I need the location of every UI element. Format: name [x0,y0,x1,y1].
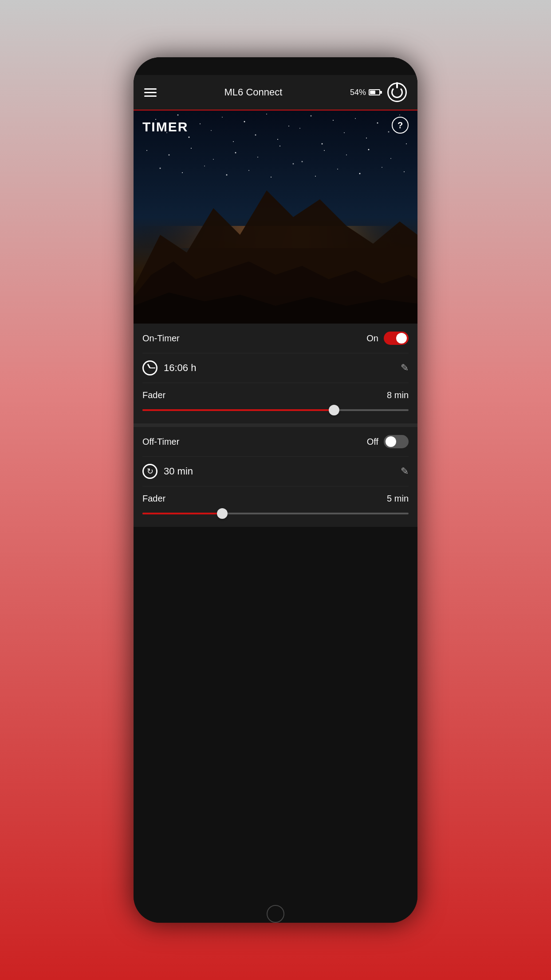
svg-point-45 [337,169,338,170]
svg-point-42 [271,177,272,178]
on-timer-toggle[interactable] [384,332,409,345]
off-timer-time-row: ↺ 30 min ✎ [142,457,409,486]
svg-point-32 [324,150,325,151]
on-timer-fader-value: 8 min [387,390,409,400]
off-timer-knob [386,436,396,447]
hero-image-section: TIMER ? [134,111,417,324]
off-timer-fader-slider[interactable] [142,509,409,518]
svg-point-38 [182,172,183,173]
off-timer-fader-fill [142,513,222,514]
menu-button[interactable] [144,88,157,97]
section-divider [134,423,417,427]
clock-min-hand [150,368,155,368]
svg-point-25 [169,154,170,156]
off-timer-section: Off-Timer Off ↺ 30 min ✎ Fader 5 m [134,427,417,527]
on-timer-fader-track [142,409,409,411]
app-header: ML6 Connect 54% [134,75,417,111]
on-timer-fader-label-row: Fader 8 min [142,390,409,400]
on-timer-knob [396,333,407,344]
app-container: ML6 Connect 54% [134,75,417,905]
svg-point-15 [211,130,212,131]
svg-point-27 [213,159,214,160]
svg-point-20 [322,143,323,145]
home-button[interactable] [267,905,284,923]
svg-point-43 [293,163,294,165]
svg-point-7 [288,126,289,126]
svg-point-2 [177,115,179,116]
svg-point-39 [204,166,205,166]
on-timer-edit-button[interactable]: ✎ [401,362,409,374]
on-timer-fader-row: Fader 8 min [142,383,409,423]
svg-point-23 [388,131,390,133]
on-timer-fader-slider[interactable] [142,406,409,415]
svg-point-10 [355,118,356,119]
svg-point-31 [302,161,303,162]
svg-point-26 [191,148,192,149]
refresh-arrow-symbol: ↺ [147,466,153,476]
svg-point-22 [366,138,367,138]
off-timer-time-value: 30 min [164,466,394,477]
svg-point-12 [399,115,400,115]
on-timer-fader-label: Fader [142,390,165,400]
off-timer-fader-label: Fader [142,494,165,504]
phone-bottom-bezel [134,905,417,923]
phone-frame: ML6 Connect 54% [134,57,417,923]
svg-point-28 [235,152,236,154]
on-timer-toggle-row: On-Timer On [142,324,409,353]
off-timer-fader-thumb[interactable] [217,508,228,519]
header-right-group: 54% [350,83,407,102]
help-button[interactable]: ? [392,117,409,134]
menu-line-1 [144,88,157,90]
svg-point-24 [146,150,147,151]
power-button[interactable] [387,83,407,102]
off-timer-fader-track [142,513,409,514]
svg-point-48 [404,171,405,172]
svg-point-40 [226,174,228,176]
off-timer-edit-button[interactable]: ✎ [401,466,409,477]
svg-point-11 [377,122,378,124]
svg-point-14 [189,137,190,138]
off-timer-refresh-icon: ↺ [142,464,157,479]
menu-line-3 [144,95,157,97]
star-field [134,111,417,324]
off-timer-fader-row: Fader 5 min [142,486,409,527]
svg-point-18 [277,139,278,140]
off-timer-toggle[interactable] [384,435,409,448]
svg-point-8 [311,115,312,117]
svg-point-17 [255,134,256,136]
svg-point-41 [248,170,249,171]
on-timer-toggle-text: On [366,333,378,344]
app-title: ML6 Connect [224,87,283,98]
svg-point-5 [244,121,245,122]
on-timer-time-row: 16:06 h ✎ [142,353,409,383]
battery-icon [369,89,380,95]
off-timer-label: Off-Timer [142,437,179,447]
svg-point-44 [315,176,316,177]
svg-point-37 [160,168,161,169]
svg-point-19 [299,128,300,129]
svg-point-21 [344,132,345,133]
on-timer-fader-fill [142,409,334,411]
svg-point-6 [266,114,267,115]
svg-point-36 [406,143,407,144]
on-timer-fader-thumb[interactable] [329,405,339,415]
svg-point-29 [257,157,258,158]
svg-point-33 [346,154,347,155]
battery-info: 54% [350,88,380,97]
svg-point-35 [390,158,391,159]
question-mark: ? [398,120,403,130]
on-timer-clock-icon [142,360,157,375]
off-timer-toggle-text: Off [367,437,378,447]
svg-point-47 [382,167,382,168]
off-timer-toggle-group: Off [367,435,409,448]
svg-point-4 [222,117,223,118]
svg-point-16 [233,141,234,142]
timer-page-title: TIMER [142,119,188,134]
on-timer-section: On-Timer On 16:06 h ✎ Fader [134,324,417,423]
on-timer-label: On-Timer [142,333,180,344]
svg-point-34 [368,149,370,150]
off-timer-fader-label-row: Fader 5 min [142,494,409,504]
on-timer-toggle-group: On [366,332,409,345]
off-timer-toggle-row: Off-Timer Off [142,427,409,457]
svg-point-30 [279,146,280,146]
